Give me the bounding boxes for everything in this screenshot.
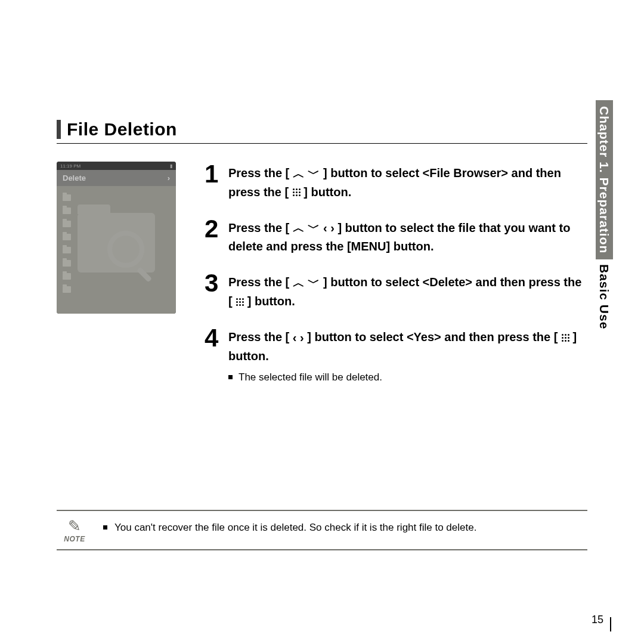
bullet-icon <box>103 525 107 530</box>
page-title-row: File Deletion <box>57 119 587 144</box>
up-down-icon: ︿ ﹀ <box>293 165 320 182</box>
step: 4Press the [ ‹ › ] button to select <Yes… <box>205 326 587 385</box>
device-illustration: 11:19 PM ▮ Delete › <box>57 162 188 400</box>
device-folder-list <box>63 191 170 296</box>
device-header-label: Delete <box>63 174 86 182</box>
folder-icon <box>63 208 71 214</box>
device-battery-icon: ▮ <box>170 163 172 169</box>
side-chapter: Chapter 1. Preparation <box>596 100 613 259</box>
select-button-icon <box>236 298 244 306</box>
device-header-arrow: › <box>168 174 170 182</box>
page-number: 15 <box>592 614 603 626</box>
up-down-icon: ︿ ﹀ <box>293 274 320 292</box>
side-section: Basic Use <box>596 259 613 335</box>
device-status-time: 11:19 PM <box>60 163 80 169</box>
step-number: 1 <box>205 162 228 201</box>
steps-list: 1Press the [ ︿ ﹀ ] button to select <Fil… <box>188 162 587 400</box>
select-button-icon <box>561 333 569 342</box>
folder-icon <box>63 260 71 267</box>
note-box: ✎ NOTE You can't recover the file once i… <box>57 510 587 550</box>
title-accent-bar <box>57 120 61 139</box>
folder-icon <box>63 247 71 253</box>
step: 1Press the [ ︿ ﹀ ] button to select <Fil… <box>205 162 587 201</box>
page-title: File Deletion <box>67 119 177 140</box>
step-number: 3 <box>205 271 228 310</box>
step-text: Press the [ ‹ › ] button to select <Yes>… <box>228 326 587 385</box>
bullet-icon <box>228 375 233 379</box>
left-right-icon: ‹ › <box>293 329 304 346</box>
folder-icon <box>63 234 71 240</box>
step-number: 4 <box>205 326 228 385</box>
select-button-icon <box>292 188 301 196</box>
step-text: Press the [ ︿ ﹀ ‹ › ] button to select t… <box>228 216 587 256</box>
note-label: NOTE <box>57 535 92 543</box>
folder-icon <box>63 273 71 280</box>
step: 2Press the [ ︿ ﹀ ‹ › ] button to select … <box>205 216 587 256</box>
step-text: Press the [ ︿ ﹀ ] button to select <File… <box>228 162 587 201</box>
folder-icon <box>63 194 71 201</box>
folder-icon <box>63 221 71 227</box>
step-bullet: The selected file will be deleted. <box>228 370 587 385</box>
step: 3Press the [ ︿ ﹀ ] button to select <Del… <box>205 271 587 310</box>
step-text: Press the [ ︿ ﹀ ] button to select <Dele… <box>228 271 587 310</box>
note-text: You can't recover the file once it is de… <box>92 518 587 534</box>
step-number: 2 <box>205 216 228 256</box>
folder-icon <box>63 286 71 293</box>
side-tab: Chapter 1. PreparationBasic Use <box>597 100 611 336</box>
up-down-left-right-icon: ︿ ﹀ ‹ › <box>293 219 335 237</box>
pencil-icon: ✎ <box>57 518 92 534</box>
